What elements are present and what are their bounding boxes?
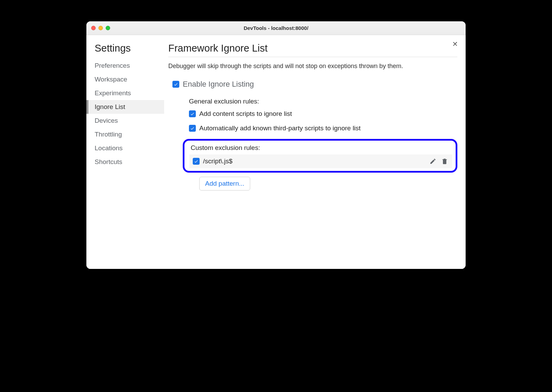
sidebar-title: Settings bbox=[86, 43, 164, 59]
window-title: DevTools - localhost:8000/ bbox=[86, 25, 466, 31]
edit-rule-button[interactable] bbox=[429, 157, 437, 165]
sidebar-item-devices[interactable]: Devices bbox=[86, 114, 164, 128]
sidebar-item-label: Ignore List bbox=[95, 103, 125, 110]
sidebar-item-locations[interactable]: Locations bbox=[86, 141, 164, 155]
sidebar-item-preferences[interactable]: Preferences bbox=[86, 59, 164, 73]
maximize-window-button[interactable] bbox=[106, 26, 110, 30]
check-icon bbox=[194, 159, 199, 164]
add-pattern-button[interactable]: Add pattern... bbox=[199, 177, 250, 190]
devtools-settings-window: DevTools - localhost:8000/ ✕ Settings Pr… bbox=[86, 21, 466, 269]
page-title: Framework Ignore List bbox=[168, 43, 457, 57]
sidebar-item-experiments[interactable]: Experiments bbox=[86, 86, 164, 100]
third-party-scripts-checkbox[interactable] bbox=[189, 125, 196, 132]
sidebar-item-throttling[interactable]: Throttling bbox=[86, 128, 164, 141]
titlebar: DevTools - localhost:8000/ bbox=[86, 21, 466, 35]
sidebar-item-label: Shortcuts bbox=[95, 158, 122, 165]
custom-exclusion-label: Custom exclusion rules: bbox=[191, 144, 452, 152]
check-icon bbox=[173, 82, 178, 87]
minimize-window-button[interactable] bbox=[98, 26, 103, 30]
enable-ignore-listing-row: Enable Ignore Listing bbox=[172, 80, 457, 89]
custom-rule-checkbox[interactable] bbox=[193, 158, 200, 165]
sidebar-item-label: Workspace bbox=[95, 76, 127, 83]
general-exclusion-block: General exclusion rules: Add content scr… bbox=[189, 98, 457, 132]
sidebar-item-label: Preferences bbox=[95, 62, 130, 69]
sidebar-item-shortcuts[interactable]: Shortcuts bbox=[86, 155, 164, 169]
enable-ignore-listing-checkbox[interactable] bbox=[172, 81, 179, 88]
sidebar-item-label: Experiments bbox=[95, 89, 131, 97]
third-party-scripts-label: Automatically add known third-party scri… bbox=[199, 124, 361, 132]
settings-sidebar: Settings Preferences Workspace Experimen… bbox=[86, 35, 164, 269]
close-icon[interactable]: ✕ bbox=[452, 41, 458, 47]
sidebar-item-label: Throttling bbox=[95, 131, 122, 138]
custom-rule-pattern: /script\.js$ bbox=[203, 157, 425, 165]
delete-rule-button[interactable] bbox=[440, 157, 449, 165]
enable-ignore-listing-label: Enable Ignore Listing bbox=[183, 80, 254, 89]
close-window-button[interactable] bbox=[91, 26, 96, 30]
content-scripts-row: Add content scripts to ignore list bbox=[189, 110, 457, 118]
pencil-icon bbox=[429, 158, 436, 165]
check-icon bbox=[190, 126, 195, 131]
general-exclusion-label: General exclusion rules: bbox=[189, 98, 457, 105]
sidebar-item-workspace[interactable]: Workspace bbox=[86, 73, 164, 86]
trash-icon bbox=[441, 158, 448, 165]
sidebar-item-label: Devices bbox=[95, 117, 118, 124]
custom-rules-highlight: Custom exclusion rules: /script\.js$ bbox=[183, 139, 457, 173]
custom-exclusion-block: Custom exclusion rules: /script\.js$ bbox=[183, 139, 457, 190]
settings-main: Framework Ignore List Debugger will skip… bbox=[164, 35, 466, 269]
traffic-lights bbox=[91, 26, 110, 30]
content-scripts-label: Add content scripts to ignore list bbox=[199, 110, 292, 118]
content-scripts-checkbox[interactable] bbox=[189, 110, 196, 117]
settings-body: ✕ Settings Preferences Workspace Experim… bbox=[86, 35, 466, 269]
check-icon bbox=[190, 111, 195, 116]
third-party-scripts-row: Automatically add known third-party scri… bbox=[189, 124, 457, 132]
page-description: Debugger will skip through the scripts a… bbox=[168, 62, 457, 70]
sidebar-item-label: Locations bbox=[95, 144, 123, 152]
sidebar-item-ignore-list[interactable]: Ignore List bbox=[86, 100, 164, 114]
custom-rule-row: /script\.js$ bbox=[189, 154, 452, 168]
